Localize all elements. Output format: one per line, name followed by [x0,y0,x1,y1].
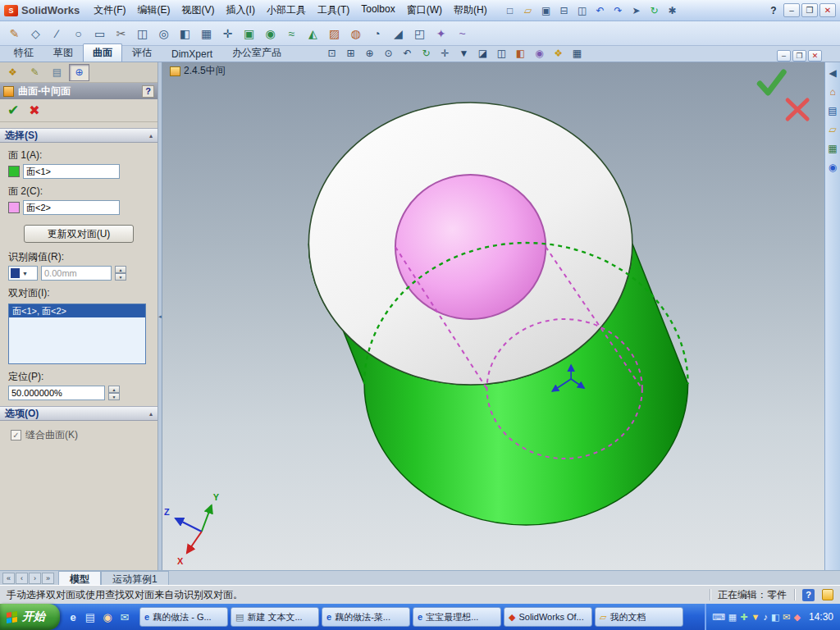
line-icon[interactable]: ∕ [47,24,67,43]
doc-restore-button[interactable]: ❐ [792,50,806,62]
task-baobao-page[interactable]: e 宝宝最理想... [413,607,501,627]
sketch-icon[interactable]: ✎ [4,24,25,43]
task-my-documents[interactable]: ▱ 我的文档 [595,607,683,627]
featuremanager-tab-icon[interactable]: ❖ [2,64,23,81]
view-orientation-icon[interactable]: ▼ [454,46,473,62]
volume-icon[interactable]: ♪ [763,613,768,622]
file-explorer-icon[interactable]: ▱ [829,125,836,135]
hidden-lines-icon[interactable]: ◫ [492,46,511,62]
configurationmanager-tab-icon[interactable]: ▤ [47,64,67,81]
lofted-boss-icon[interactable]: ◭ [303,24,323,43]
menu-toolbox[interactable]: Toolbox [355,0,400,21]
messenger-tray-icon[interactable]: ✉ [783,613,790,622]
redo-icon[interactable]: ↷ [609,2,628,19]
media-player-icon[interactable]: ◉ [100,609,115,624]
confirm-ok-button[interactable] [760,72,783,93]
shell-icon[interactable]: ◰ [409,24,430,43]
pan-icon[interactable]: ✛ [436,46,454,62]
options-icon[interactable]: ✱ [664,2,682,19]
undo-icon[interactable]: ↶ [591,2,609,19]
rectangle-icon[interactable]: ▭ [89,24,110,43]
appearances-pane-icon[interactable]: ◉ [829,162,837,172]
security-icon[interactable]: ◆ [794,613,801,622]
mirror-entities-icon[interactable]: ◧ [175,24,195,43]
selection-section-header[interactable]: 选择(S) [0,128,158,143]
minimize-button[interactable]: – [783,3,800,17]
print-icon[interactable]: ⊟ [555,2,573,19]
antivirus-icon[interactable]: ✚ [740,613,747,622]
position-spinner[interactable] [108,386,120,400]
select-icon[interactable]: ➤ [628,2,646,19]
zoom-to-fit-icon[interactable]: ⊡ [322,46,341,62]
menu-view[interactable]: 视图(V) [176,0,221,21]
ime-icon[interactable]: ▦ [728,613,737,622]
scene-icon[interactable]: ▦ [568,46,587,62]
solidworks-resources-icon[interactable]: ⌂ [829,87,835,97]
download-icon[interactable]: ▼ [751,613,760,622]
ok-button[interactable]: ✔ [7,102,19,119]
display-style-icon[interactable]: ◪ [473,46,492,62]
task-solidworks-office[interactable]: ◆ SolidWorks Of... [504,607,592,627]
spin-up-icon[interactable] [108,386,120,393]
tab-evaluate[interactable]: 评估 [122,43,162,62]
next-tab-button[interactable]: › [29,573,41,584]
collapse-taskpane-icon[interactable]: ◀ [829,68,836,78]
quick-tip-icon[interactable] [822,589,833,600]
hole-wizard-icon[interactable]: ◍ [345,24,366,43]
internet-explorer-icon[interactable]: e [66,609,80,624]
face1-input[interactable] [23,164,120,179]
menu-insert[interactable]: 插入(I) [221,0,261,21]
print-preview-icon[interactable]: ◫ [573,2,591,19]
face-pairs-listbox[interactable]: 面<1>, 面<2> [8,304,146,364]
open-icon[interactable]: ▱ [519,2,537,19]
panel-help-button[interactable]: ? [142,85,154,98]
menu-widget-tools[interactable]: 小部工具 [261,0,312,21]
motion-study-tab[interactable]: 运动算例1 [101,571,169,585]
tab-features[interactable]: 特征 [4,43,43,62]
view-palette-icon[interactable]: ▦ [828,144,837,153]
status-help-button[interactable]: ? [802,589,815,601]
cancel-button[interactable]: ✖ [29,103,39,118]
tab-dimxpert[interactable]: DimXpert [162,46,222,62]
zoom-to-selection-icon[interactable]: ⊙ [379,46,398,62]
confirm-cancel-button[interactable] [788,100,807,119]
curves-icon[interactable]: ~ [452,24,472,43]
save-icon[interactable]: ▣ [537,2,555,19]
hole-inner-face[interactable] [395,175,546,319]
active-command-tab-icon[interactable]: ⊕ [69,64,89,81]
menu-window[interactable]: 窗口(W) [401,0,448,21]
menu-file[interactable]: 文件(F) [88,0,131,21]
last-tab-button[interactable]: » [42,573,54,584]
doc-close-button[interactable]: ✕ [808,50,822,62]
first-tab-button[interactable]: « [2,573,15,584]
section-view-icon[interactable]: ◧ [511,46,530,62]
task-new-text-document[interactable]: ▤ 新建 文本文... [231,607,319,627]
doc-minimize-button[interactable]: – [777,50,791,62]
threshold-combo[interactable] [8,266,38,281]
revolved-boss-icon[interactable]: ◉ [260,24,281,43]
spin-down-icon[interactable] [115,273,126,281]
messenger-icon[interactable]: ✉ [117,609,132,624]
close-button[interactable]: ✕ [819,3,836,17]
prev-tab-button[interactable]: ‹ [16,573,28,584]
update-face-pairs-button[interactable]: 更新双对面(U) [24,225,134,243]
rotate-view-icon[interactable]: ↻ [417,46,436,62]
view-settings-icon[interactable]: ◉ [530,46,549,62]
new-document-icon[interactable]: □ [501,2,519,19]
menu-help[interactable]: 帮助(H) [448,0,493,21]
design-library-icon[interactable]: ▤ [828,106,837,116]
zoom-to-area-icon[interactable]: ⊞ [341,46,360,62]
menu-edit[interactable]: 编辑(E) [132,0,176,21]
chamfer-icon[interactable]: ◢ [388,24,409,43]
spin-up-icon[interactable] [115,266,126,273]
face-pair-item-selected[interactable]: 面<1>, 面<2> [9,304,145,317]
show-desktop-icon[interactable]: ▤ [83,609,98,624]
circle-icon[interactable]: ○ [68,24,89,43]
extruded-boss-icon[interactable]: ▣ [239,24,259,43]
tab-office-products[interactable]: 办公室产品 [222,43,291,62]
threshold-spinner[interactable] [115,266,126,281]
threshold-input[interactable] [41,266,112,281]
network-icon[interactable]: ◧ [771,613,779,622]
swept-boss-icon[interactable]: ≈ [281,24,302,43]
previous-view-icon[interactable]: ↶ [398,46,417,62]
